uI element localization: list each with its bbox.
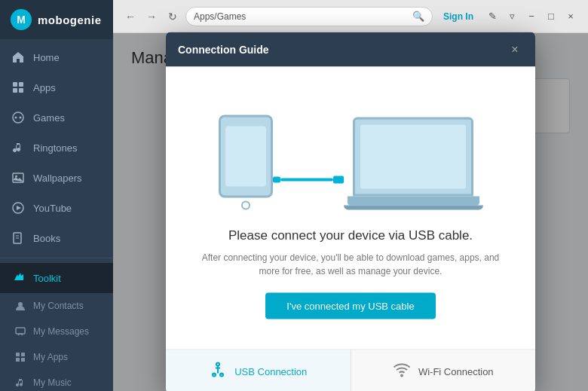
content-area: Management Tools Manager es and folders …	[113, 33, 588, 391]
laptop-device	[344, 117, 483, 209]
sidebar-label-my-music: My Music	[33, 377, 72, 388]
toolkit-icon	[11, 270, 26, 286]
address-text: Apps/Games	[194, 11, 408, 22]
sidebar-label-my-apps: My Apps	[33, 352, 68, 362]
svg-rect-16	[16, 353, 20, 356]
svg-rect-3	[19, 88, 23, 93]
modal-close-button[interactable]: ×	[507, 41, 523, 57]
svg-rect-19	[21, 358, 25, 362]
sidebar-item-apps[interactable]: Apps	[0, 72, 113, 102]
laptop-screen	[360, 124, 466, 188]
sidebar-item-my-music[interactable]: My Music	[0, 370, 113, 391]
modal-title: Connection Guide	[178, 43, 269, 55]
app-logo: M mobogenie	[0, 0, 113, 39]
book-icon	[11, 231, 26, 246]
address-bar: Apps/Games 🔍	[185, 7, 433, 26]
modal-tab-usb-label: USB Connection	[234, 365, 307, 377]
chat-button[interactable]: ✎	[484, 8, 501, 25]
browser-actions: ✎ ▿ − □ ×	[484, 8, 579, 25]
usb-illustration	[196, 89, 505, 209]
apps-icon	[11, 80, 26, 95]
sidebar-item-my-contacts[interactable]: My Contacts	[0, 293, 113, 319]
sidebar-item-youtube[interactable]: YouTube	[0, 193, 113, 223]
minimize-button[interactable]: −	[523, 8, 540, 25]
sidebar-item-ringtones[interactable]: Ringtones	[0, 133, 113, 163]
main-content: ← → ↻ Apps/Games 🔍 Sign In ✎ ▿ − □ × Man…	[113, 0, 588, 391]
svg-point-6	[20, 117, 22, 119]
sidebar-label-ringtones: Ringtones	[33, 142, 78, 154]
usb-tab-icon	[209, 360, 227, 382]
image-icon	[11, 170, 26, 185]
sidebar-label-wallpapers: Wallpapers	[33, 173, 82, 184]
modal-tab-wifi-label: Wi-Fi Connection	[418, 365, 494, 377]
sidebar-item-games[interactable]: Games	[0, 102, 113, 133]
svg-rect-2	[13, 88, 17, 93]
connection-guide-modal: Connection Guide ×	[166, 32, 535, 391]
svg-point-5	[15, 117, 17, 119]
music-icon	[11, 140, 26, 155]
svg-rect-0	[13, 82, 17, 87]
games-icon	[11, 110, 26, 125]
search-icon: 🔍	[412, 11, 424, 22]
svg-rect-17	[21, 353, 25, 356]
sidebar-nav: Home Apps Games Ringtones	[0, 39, 113, 391]
sidebar-label-home: Home	[33, 52, 60, 63]
modal-footer: USB Connection Wi-Fi Connection	[166, 349, 535, 391]
modal-header: Connection Guide ×	[166, 32, 535, 66]
phone-device	[219, 115, 273, 209]
modal-sub-text: After connecting your device, you'll be …	[196, 250, 505, 277]
sign-in-button[interactable]: Sign In	[437, 11, 479, 22]
signal-button[interactable]: ▿	[504, 8, 520, 25]
modal-tab-usb[interactable]: USB Connection	[166, 350, 351, 391]
message-icon	[14, 325, 27, 338]
sidebar-label-games: Games	[33, 112, 65, 124]
forward-button[interactable]: →	[143, 8, 160, 25]
home-icon	[11, 50, 26, 65]
svg-rect-1	[19, 82, 23, 87]
sidebar-label-my-messages: My Messages	[33, 326, 89, 337]
logo-text: mobogenie	[38, 14, 102, 26]
sidebar-item-wallpapers[interactable]: Wallpapers	[0, 163, 113, 193]
nav-divider	[0, 258, 113, 258]
sidebar: M mobogenie Home Apps Games	[0, 0, 113, 391]
svg-point-26	[216, 362, 219, 365]
wifi-tab-icon	[393, 360, 411, 382]
sidebar-item-home[interactable]: Home	[0, 42, 113, 72]
svg-marker-10	[17, 206, 21, 210]
close-window-button[interactable]: ×	[562, 8, 579, 25]
svg-point-4	[13, 112, 23, 123]
svg-rect-18	[16, 358, 20, 362]
sidebar-label-my-contacts: My Contacts	[33, 301, 84, 311]
sidebar-label-books: Books	[33, 233, 60, 244]
phone-screen	[225, 126, 266, 186]
phone-body	[219, 115, 273, 197]
music-note-icon	[14, 376, 27, 389]
refresh-button[interactable]: ↻	[164, 8, 181, 25]
sidebar-label-toolkit: Toolkit	[33, 273, 61, 284]
svg-rect-15	[16, 328, 25, 334]
svg-point-32	[401, 374, 403, 376]
usb-cable	[280, 178, 333, 181]
laptop-screen-container	[353, 117, 473, 196]
back-button[interactable]: ←	[122, 8, 139, 25]
laptop-bottom	[344, 205, 483, 209]
sidebar-item-my-apps[interactable]: My Apps	[0, 344, 113, 370]
laptop-base	[348, 196, 479, 205]
sidebar-item-toolkit[interactable]: Toolkit	[0, 263, 113, 293]
sidebar-label-apps: Apps	[33, 82, 56, 93]
modal-tab-wifi[interactable]: Wi-Fi Connection	[351, 350, 536, 391]
svg-point-8	[15, 176, 17, 178]
maximize-button[interactable]: □	[543, 8, 559, 25]
grid-icon	[14, 350, 27, 364]
modal-body: Please connect your device via USB cable…	[166, 66, 535, 349]
youtube-icon	[11, 200, 26, 215]
connect-usb-button[interactable]: I've connected my USB cable	[265, 292, 435, 319]
sidebar-item-books[interactable]: Books	[0, 223, 113, 253]
modal-main-text: Please connect your device via USB cable…	[196, 228, 505, 243]
browser-bar: ← → ↻ Apps/Games 🔍 Sign In ✎ ▿ − □ ×	[113, 0, 588, 33]
contact-icon	[14, 299, 27, 313]
sidebar-label-youtube: YouTube	[33, 203, 72, 214]
logo-icon: M	[11, 9, 32, 30]
sidebar-item-my-messages[interactable]: My Messages	[0, 319, 113, 344]
phone-home-button	[241, 200, 250, 209]
